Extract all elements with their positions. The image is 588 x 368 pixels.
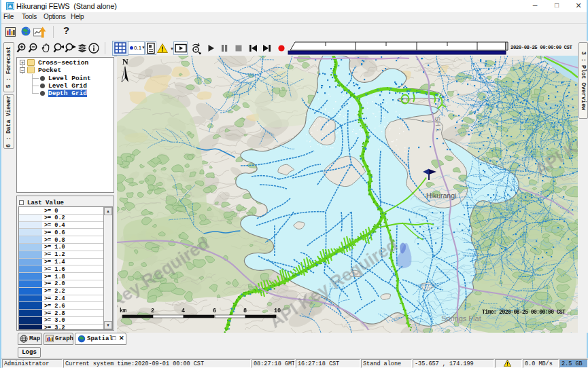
svg-text:Time: 2020-08-25 00:00:00 CST: Time: 2020-08-25 00:00:00 CST (482, 309, 566, 315)
svg-text:N: N (122, 57, 128, 67)
svg-text:8: 8 (243, 308, 247, 314)
svg-text:2: 2 (151, 308, 154, 314)
svg-text:Springs Flat: Springs Flat (441, 314, 481, 323)
svg-text:4: 4 (181, 308, 185, 314)
svg-text:10: 10 (274, 308, 281, 314)
svg-text:6: 6 (213, 308, 216, 314)
svg-text:Hikurangi: Hikurangi (426, 191, 456, 200)
svg-text:km: km (120, 308, 126, 314)
svg-text:SH 1: SH 1 (434, 116, 443, 132)
